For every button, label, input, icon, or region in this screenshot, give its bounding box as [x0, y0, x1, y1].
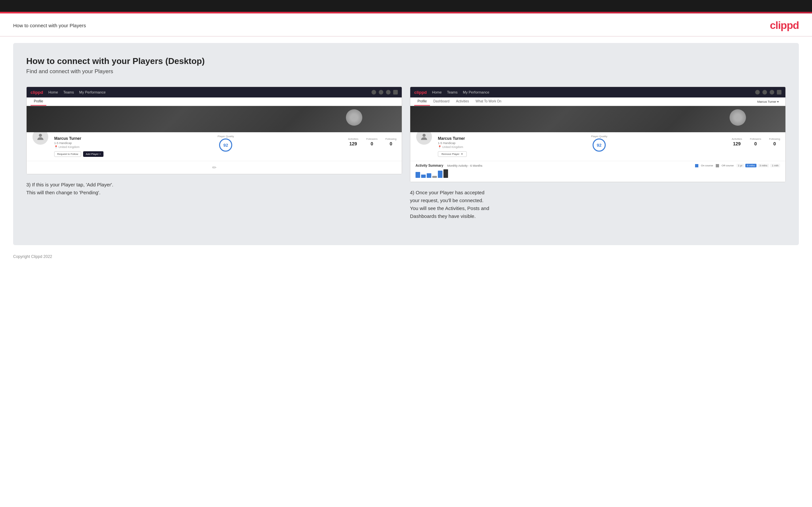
- edit-pen-icon: ✏: [212, 164, 216, 171]
- remove-player-button[interactable]: Remove Player ✕: [438, 151, 467, 157]
- right-tab-activities[interactable]: Activities: [453, 98, 472, 106]
- right-activity-period: Monthly Activity - 6 Months: [447, 164, 482, 167]
- left-player-name: Marcus Turner: [54, 136, 103, 141]
- left-tab-profile[interactable]: Profile: [31, 98, 46, 106]
- right-tab-whattoworkon[interactable]: What To Work On: [472, 98, 505, 106]
- filter-6mths[interactable]: 6 mths: [745, 164, 757, 167]
- left-profile-section: Marcus Turner 1-5 Handicap 📍 United King…: [27, 132, 402, 161]
- right-activity-chart: [415, 169, 780, 179]
- left-mockup-screen: clippd Home Teams My Performance Profile: [26, 87, 402, 174]
- svg-point-0: [39, 134, 42, 137]
- offcourse-legend-label: Off course: [722, 164, 734, 167]
- right-panel-wrapper: clippd Home Teams My Performance Profile: [410, 87, 786, 220]
- left-panel-wrapper: clippd Home Teams My Performance Profile: [26, 87, 402, 220]
- request-follow-button[interactable]: Request to Follow: [54, 151, 81, 157]
- right-activity-header: Activity Summary Monthly Activity - 6 Mo…: [415, 164, 780, 167]
- right-quality: Player Quality 92: [591, 135, 607, 152]
- left-buttons: Request to Follow Add Player +: [54, 151, 103, 157]
- settings-icon: [386, 90, 391, 95]
- oncourse-legend-dot: [695, 164, 698, 167]
- profile-icon: [379, 90, 383, 95]
- right-profile-icon: [762, 90, 767, 95]
- left-nav-teams: Teams: [63, 90, 74, 94]
- right-activity-legend: On course Off course 1 yr 6 mths 3 mths …: [695, 164, 780, 167]
- flag-icon: [393, 90, 398, 95]
- page-subtitle: Find and connect with your Players: [26, 68, 786, 75]
- left-player-info: Marcus Turner 1-5 Handicap 📍 United King…: [54, 135, 103, 157]
- header: How to connect with your Players clippd: [0, 13, 812, 37]
- left-nav: clippd Home Teams My Performance: [27, 87, 402, 98]
- chart-bar-2: [421, 175, 426, 178]
- right-activity-title: Activity Summary: [415, 164, 443, 167]
- search-icon: [371, 90, 376, 95]
- right-quality-label: Player Quality: [591, 135, 607, 138]
- left-nav-home: Home: [48, 90, 58, 94]
- chart-bar-5: [438, 171, 443, 178]
- right-profile-row: Marcus Turner 1-5 Handicap 📍 United King…: [415, 135, 780, 157]
- footer: Copyright Clippd 2022: [0, 252, 812, 266]
- page-breadcrumb: How to connect with your Players: [13, 23, 86, 28]
- right-profile-section: Marcus Turner 1-5 Handicap 📍 United King…: [410, 132, 785, 161]
- oncourse-legend-label: On course: [701, 164, 713, 167]
- left-nav-performance: My Performance: [79, 90, 106, 94]
- left-player-location: 📍 United Kingdom: [54, 146, 103, 149]
- right-nav-icons: [755, 90, 781, 95]
- right-player-handicap: 1-5 Handicap: [438, 142, 467, 145]
- remove-close-icon: ✕: [461, 153, 463, 156]
- main-content: How to connect with your Players (Deskto…: [13, 43, 799, 245]
- left-banner: [27, 106, 402, 132]
- left-desc-text: 3) If this is your Player tap, 'Add Play…: [26, 181, 402, 196]
- svg-rect-2: [695, 164, 698, 167]
- right-nav-home: Home: [432, 90, 442, 94]
- right-tab-dashboard[interactable]: Dashboard: [430, 98, 453, 106]
- right-tab-profile[interactable]: Profile: [414, 98, 430, 106]
- chart-bar-3: [427, 173, 431, 178]
- right-stat-following: Following 0: [769, 137, 780, 146]
- right-buttons: Remove Player ✕: [438, 151, 467, 157]
- page-title: How to connect with your Players (Deskto…: [26, 56, 786, 66]
- left-nav-logo: clippd: [31, 90, 43, 95]
- right-search-icon: [755, 90, 760, 95]
- add-player-button[interactable]: Add Player +: [83, 151, 103, 157]
- filter-1mth[interactable]: 1 mth: [770, 164, 780, 167]
- right-quality-circle: 92: [593, 138, 606, 152]
- right-banner: [410, 106, 785, 132]
- left-tabs: Profile: [27, 98, 402, 106]
- filter-1yr[interactable]: 1 yr: [737, 164, 744, 167]
- right-user-dropdown[interactable]: Marcus Turner ▾: [757, 100, 779, 103]
- filter-3mths[interactable]: 3 mths: [758, 164, 769, 167]
- right-location-pin-icon: 📍: [438, 146, 442, 149]
- chart-bar-1: [415, 172, 420, 178]
- right-nav: clippd Home Teams My Performance: [410, 87, 785, 98]
- location-pin-icon: 📍: [54, 146, 58, 149]
- right-nav-teams: Teams: [447, 90, 458, 94]
- right-player-info: Marcus Turner 1-5 Handicap 📍 United King…: [438, 135, 467, 157]
- left-quality-circle: 92: [219, 138, 232, 152]
- chart-bar-4: [432, 176, 437, 178]
- right-player-location: 📍 United Kingdom: [438, 146, 467, 149]
- right-nav-performance: My Performance: [463, 90, 490, 94]
- chart-bar-6: [444, 169, 448, 178]
- left-quality-label: Player Quality: [217, 135, 234, 138]
- left-nav-icons: [371, 90, 398, 95]
- left-quality: Player Quality 92: [217, 135, 234, 152]
- right-settings-icon: [770, 90, 774, 95]
- right-tabs: Profile Dashboard Activities What To Wor…: [410, 98, 785, 106]
- copyright-text: Copyright Clippd 2022: [13, 254, 52, 259]
- left-bottom-area: ✏: [27, 161, 402, 174]
- right-activity-section: Activity Summary Monthly Activity - 6 Mo…: [410, 161, 785, 182]
- panels-row: clippd Home Teams My Performance Profile: [26, 87, 786, 220]
- top-bar: [0, 0, 812, 12]
- left-description: 3) If this is your Player tap, 'Add Play…: [26, 181, 402, 196]
- left-stat-following: Following 0: [385, 137, 397, 146]
- right-player-name: Marcus Turner: [438, 136, 467, 141]
- right-stat-activities: Activities 129: [731, 137, 742, 146]
- right-time-filters: 1 yr 6 mths 3 mths 1 mth: [737, 164, 780, 167]
- left-stats-row: Activities 129 Followers 0 Following 0: [348, 135, 397, 146]
- left-player-handicap: 1-5 Handicap: [54, 142, 103, 145]
- right-mockup-screen: clippd Home Teams My Performance Profile: [410, 87, 786, 182]
- svg-rect-3: [716, 164, 719, 167]
- right-flag-icon: [777, 90, 781, 95]
- left-profile-row: Marcus Turner 1-5 Handicap 📍 United King…: [32, 135, 397, 157]
- svg-point-1: [422, 134, 425, 137]
